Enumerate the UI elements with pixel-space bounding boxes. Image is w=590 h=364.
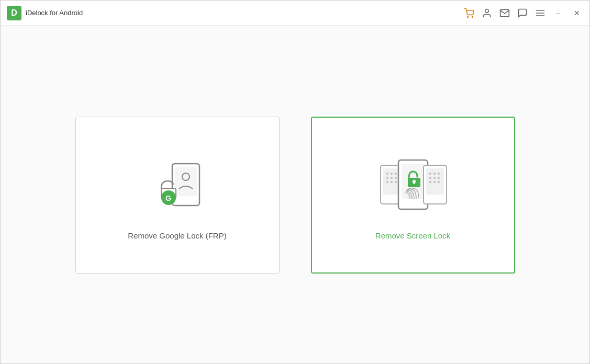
svg-text:G: G — [165, 194, 171, 202]
svg-point-23 — [395, 177, 397, 179]
svg-point-1 — [472, 16, 473, 17]
frp-card[interactable]: G Remove Google Lock (FRP) — [75, 117, 280, 274]
svg-point-21 — [391, 181, 393, 183]
minimize-button[interactable]: – — [553, 7, 563, 19]
chat-icon[interactable] — [517, 8, 528, 18]
main-content: G Remove Google Lock (FRP) — [1, 26, 589, 364]
svg-point-35 — [433, 173, 436, 175]
svg-point-36 — [433, 177, 436, 179]
account-icon[interactable] — [482, 8, 492, 18]
svg-point-20 — [391, 177, 393, 179]
svg-point-19 — [391, 173, 393, 175]
menu-icon[interactable] — [535, 8, 546, 18]
svg-rect-29 — [413, 181, 415, 184]
screen-lock-card[interactable]: Remove Screen Lock — [311, 117, 515, 274]
svg-point-2 — [485, 9, 489, 13]
svg-point-40 — [438, 181, 440, 183]
title-bar-right: – ✕ — [464, 7, 583, 19]
svg-point-32 — [429, 173, 431, 175]
title-bar-left: D iDelock for Android — [7, 6, 83, 20]
frp-card-icon: G — [143, 151, 211, 219]
svg-point-16 — [386, 173, 388, 175]
svg-point-22 — [395, 173, 397, 175]
title-bar: D iDelock for Android — [1, 1, 589, 26]
close-button[interactable]: ✕ — [571, 7, 583, 19]
svg-point-39 — [438, 177, 440, 179]
svg-point-0 — [467, 16, 469, 17]
svg-point-34 — [429, 181, 431, 183]
svg-point-38 — [438, 173, 440, 175]
svg-point-18 — [386, 181, 388, 183]
screen-lock-card-icon — [371, 151, 455, 219]
app-title: iDelock for Android — [26, 9, 83, 17]
svg-point-17 — [386, 177, 388, 179]
frp-card-label: Remove Google Lock (FRP) — [128, 231, 226, 240]
app-logo: D — [7, 6, 21, 20]
svg-rect-7 — [175, 167, 197, 196]
mail-icon[interactable] — [499, 8, 510, 18]
svg-point-37 — [433, 181, 436, 183]
svg-point-33 — [429, 177, 431, 179]
screen-lock-card-label: Remove Screen Lock — [375, 231, 450, 240]
cart-icon[interactable] — [464, 8, 474, 18]
svg-point-24 — [395, 181, 397, 183]
